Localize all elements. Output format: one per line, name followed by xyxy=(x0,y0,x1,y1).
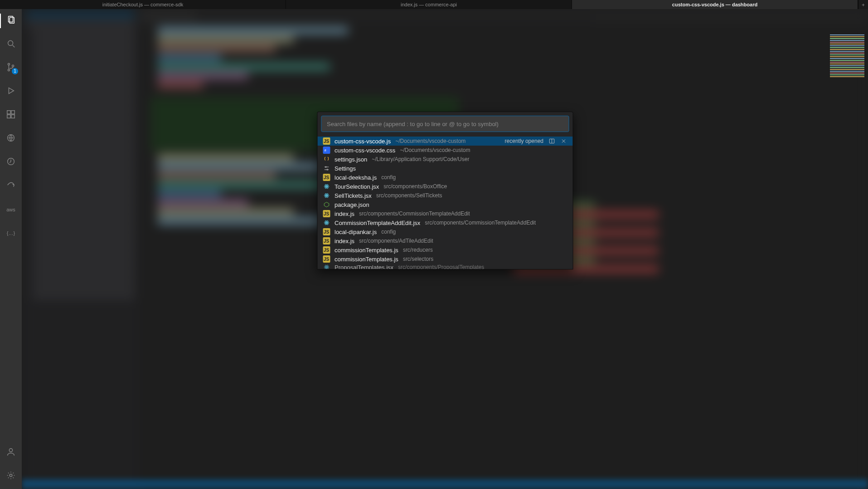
svg-point-29 xyxy=(326,186,327,187)
gear-icon xyxy=(6,470,16,482)
activity-settings[interactable] xyxy=(0,467,22,485)
quick-open-item[interactable]: # custom-css-vscode.css ~/Documents/vsco… xyxy=(317,146,572,155)
quick-open-item[interactable]: TourSelection.jsx src/components/BoxOffi… xyxy=(317,182,572,191)
window-tab-label: initiateCheckout.js — commerce-sdk xyxy=(102,2,184,7)
js-file-icon: JS xyxy=(323,255,330,263)
react-file-icon xyxy=(323,219,330,226)
quick-open-item-settings[interactable]: Settings xyxy=(317,164,572,173)
svg-line-3 xyxy=(13,45,15,48)
activity-braces[interactable]: {…} xyxy=(0,224,22,242)
scm-badge: 1 xyxy=(12,68,18,74)
activity-account[interactable] xyxy=(0,444,22,462)
file-path: src/components/CommissionTemplateAddEdit xyxy=(425,220,536,226)
activity-bar: 1 xyxy=(0,9,22,489)
activity-remote[interactable] xyxy=(0,130,22,148)
window-tab-label: index.js — commerce-api xyxy=(401,2,457,7)
quick-open-item[interactable]: JS local-dipankar.js config xyxy=(317,227,572,236)
file-name: CommissionTemplateAddEdit.jsx xyxy=(335,220,420,226)
file-path: config xyxy=(381,229,396,235)
activity-run-debug[interactable] xyxy=(0,83,22,101)
quick-open-item[interactable]: JS commissionTemplates.js src/reducers xyxy=(317,245,572,254)
file-path: src/components/ProposalTemplates xyxy=(398,264,484,269)
npm-file-icon xyxy=(323,201,330,208)
css-file-icon: # xyxy=(323,147,330,154)
file-name: custom-css-vscode.js xyxy=(335,138,391,145)
remote-icon xyxy=(6,133,16,145)
file-name: local-dipankar.js xyxy=(335,229,377,235)
svg-rect-11 xyxy=(11,115,15,118)
file-name: Settings xyxy=(335,165,356,172)
activity-timeline[interactable] xyxy=(0,153,22,171)
activity-scm[interactable]: 1 xyxy=(0,59,22,77)
file-name: custom-css-vscode.css xyxy=(335,147,395,154)
file-path: config xyxy=(381,174,396,181)
quick-open-input[interactable] xyxy=(321,116,569,132)
workspace: JS custom-css-vscode.js ~/Documents/vsco… xyxy=(22,9,868,489)
quick-open-item[interactable]: JS local-deeksha.js config xyxy=(317,173,572,182)
quick-open-item[interactable]: CommissionTemplateAddEdit.jsx src/compon… xyxy=(317,218,572,227)
svg-point-15 xyxy=(10,474,12,477)
js-file-icon: JS xyxy=(323,137,330,145)
file-name: commissionTemplates.js xyxy=(335,247,398,254)
svg-point-5 xyxy=(8,69,10,71)
settings-icon xyxy=(323,165,330,172)
quick-open-panel: JS custom-css-vscode.js ~/Documents/vsco… xyxy=(317,112,573,269)
react-file-icon xyxy=(323,264,330,269)
files-icon xyxy=(6,15,16,27)
file-name: SellTickets.jsx xyxy=(335,192,372,199)
file-path: ~/Documents/vscode-custom xyxy=(400,147,470,153)
quick-open-item[interactable]: JS index.js src/components/AdTileAddEdit xyxy=(317,236,572,245)
close-icon[interactable] xyxy=(560,137,567,145)
file-name: index.js xyxy=(335,238,354,244)
account-icon xyxy=(6,447,16,459)
activity-search[interactable] xyxy=(0,35,22,54)
svg-rect-1 xyxy=(10,18,14,24)
window-tab-dashboard[interactable]: custom-css-vscode.js — dashboard xyxy=(572,0,858,9)
svg-point-42 xyxy=(326,267,327,268)
quick-open-item[interactable]: JS index.js src/components/CommissionTem… xyxy=(317,209,572,218)
new-window-tab-button[interactable]: ＋ xyxy=(858,0,868,9)
svg-point-4 xyxy=(8,64,10,65)
file-path: src/components/AdTileAddEdit xyxy=(359,238,433,244)
svg-point-23 xyxy=(325,166,326,167)
quick-open-item[interactable]: SellTickets.jsx src/components/SellTicke… xyxy=(317,191,572,200)
aws-icon: aws xyxy=(6,207,15,212)
extensions-icon xyxy=(6,109,16,121)
window-tab-commerce-api[interactable]: index.js — commerce-api xyxy=(286,0,572,9)
js-file-icon: JS xyxy=(323,174,330,181)
search-icon xyxy=(6,39,16,50)
quick-open-item[interactable]: JS commissionTemplates.js src/selectors xyxy=(317,254,572,264)
activity-share[interactable] xyxy=(0,177,22,195)
svg-point-38 xyxy=(326,222,327,223)
recently-opened-label: recently opened xyxy=(505,138,543,144)
react-file-icon xyxy=(323,183,330,190)
quick-open-item[interactable]: package.json xyxy=(317,200,572,209)
quick-open-results: JS custom-css-vscode.js ~/Documents/vsco… xyxy=(317,137,572,269)
quick-open-item[interactable]: ProposalTemplates.jsx src/components/Pro… xyxy=(317,264,572,269)
js-file-icon: JS xyxy=(323,228,330,235)
quick-open-item[interactable]: settings.json ~/Library/Application Supp… xyxy=(317,155,572,164)
split-editor-icon[interactable] xyxy=(548,137,555,145)
json-file-icon xyxy=(323,156,330,163)
file-name: TourSelection.jsx xyxy=(335,183,379,190)
file-path: ~/Library/Application Support/Code/User xyxy=(372,156,469,162)
window-tab-commerce-sdk[interactable]: initiateCheckout.js — commerce-sdk xyxy=(0,0,286,9)
activity-aws[interactable]: aws xyxy=(0,200,22,219)
activity-explorer[interactable] xyxy=(0,12,22,30)
share-icon xyxy=(6,180,16,192)
minimap[interactable] xyxy=(828,34,866,124)
window-tab-label: custom-css-vscode.js — dashboard xyxy=(672,2,757,7)
js-file-icon: JS xyxy=(323,210,330,217)
svg-point-6 xyxy=(12,65,14,67)
play-bug-icon xyxy=(6,86,16,98)
status-bar[interactable] xyxy=(22,479,868,489)
svg-marker-34 xyxy=(324,202,329,207)
quick-open-item[interactable]: JS custom-css-vscode.js ~/Documents/vsco… xyxy=(317,137,572,146)
svg-point-33 xyxy=(326,195,327,196)
react-file-icon xyxy=(323,192,330,199)
file-path: src/components/SellTickets xyxy=(376,192,442,199)
file-name: settings.json xyxy=(335,156,367,163)
file-name: package.json xyxy=(335,201,369,208)
activity-extensions[interactable] xyxy=(0,106,22,124)
file-name: index.js xyxy=(335,210,354,217)
